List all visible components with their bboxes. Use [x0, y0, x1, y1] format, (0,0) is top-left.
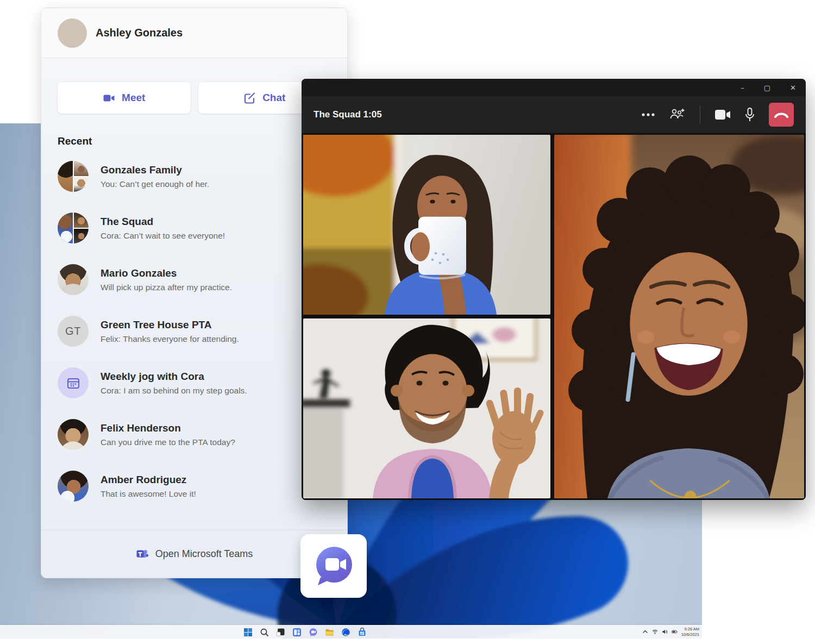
user-avatar[interactable]	[58, 18, 87, 48]
quick-actions: Meet Chat	[58, 82, 331, 114]
task-view-icon[interactable]	[275, 627, 285, 637]
group-avatar	[58, 212, 89, 243]
conversation-name: Gonzales Family	[101, 164, 209, 176]
close-button[interactable]: ✕	[790, 84, 796, 91]
file-explorer-icon[interactable]	[324, 627, 334, 637]
conversation-preview: Will pick up pizza after my practice.	[101, 283, 232, 292]
tray-time: 9:26 AM	[681, 627, 699, 632]
conversation-name: Amber Rodriguez	[101, 474, 196, 486]
video-tile-participant-1[interactable]	[303, 135, 550, 315]
video-grid	[302, 133, 806, 500]
conversation-name: Weekly jog with Cora	[101, 371, 247, 383]
video-tile-participant-2[interactable]	[303, 318, 550, 498]
compose-icon	[243, 92, 256, 104]
controls-divider	[700, 105, 700, 124]
tray-clock[interactable]: 9:26 AM 10/6/2021	[681, 627, 699, 637]
system-tray: 9:26 AM 10/6/2021	[642, 626, 699, 639]
chat-bubble-camera-icon	[311, 543, 356, 589]
chat-fab-tile[interactable]	[300, 534, 367, 598]
conversation-preview: Cora: Can’t wait to see everyone!	[101, 231, 225, 241]
call-window-titlebar: – ▢ ✕	[302, 79, 806, 96]
add-people-icon[interactable]	[669, 108, 686, 122]
minimize-button[interactable]: –	[741, 84, 744, 91]
battery-icon[interactable]	[672, 627, 678, 637]
maximize-button[interactable]: ▢	[764, 84, 770, 91]
hidden-icons-chevron[interactable]	[642, 627, 648, 637]
video-camera-icon	[103, 92, 115, 104]
taskbar-icons	[243, 626, 367, 639]
call-title: The Squad 1:05	[314, 109, 382, 120]
conversation-preview: Felix: Thanks everyone for attending.	[101, 334, 239, 344]
meet-button-label: Meet	[122, 92, 145, 104]
conversation-preview: That is awesome! Love it!	[101, 489, 196, 499]
participant-3-video	[554, 135, 804, 498]
camera-on-icon[interactable]	[714, 109, 731, 121]
edge-icon[interactable]	[341, 627, 350, 637]
meet-button[interactable]: Meet	[58, 82, 191, 114]
hang-up-button[interactable]	[769, 103, 794, 127]
hang-up-icon	[774, 111, 788, 118]
user-name: Ashley Gonzales	[96, 27, 183, 39]
teams-chat-icon[interactable]	[308, 627, 318, 637]
screen: 9:26 AM 10/6/2021 Ashley Gonzales Meet C…	[0, 0, 815, 644]
start-button-icon[interactable]	[243, 627, 253, 637]
conversation-preview: You: Can’t get enough of her.	[101, 179, 209, 189]
calendar-icon	[66, 376, 80, 390]
conversation-name: The Squad	[101, 216, 225, 228]
widgets-icon[interactable]	[292, 627, 302, 637]
teams-call-window: – ▢ ✕ The Squad 1:05	[302, 79, 806, 500]
volume-icon[interactable]	[662, 627, 668, 637]
chat-panel-header: Ashley Gonzales	[41, 8, 347, 58]
avatar-initials: GT	[65, 325, 81, 337]
call-controls-bar: The Squad 1:05	[302, 96, 806, 133]
taskbar: 9:26 AM 10/6/2021	[0, 625, 702, 639]
tray-date: 10/6/2021	[681, 632, 699, 637]
conversation-name: Mario Gonzales	[101, 267, 232, 279]
initials-avatar: GT	[58, 316, 89, 347]
conversation-name: Green Tree House PTA	[101, 319, 239, 331]
wifi-icon[interactable]	[652, 627, 658, 637]
calendar-avatar	[58, 367, 89, 398]
contact-avatar	[58, 471, 89, 502]
participant-1-video	[303, 135, 550, 315]
video-tile-participant-3[interactable]	[554, 135, 804, 498]
contact-avatar	[58, 264, 89, 295]
store-icon[interactable]	[357, 627, 367, 637]
conversation-preview: Cora: I am so behind on my step goals.	[101, 386, 247, 396]
microphone-icon[interactable]	[745, 108, 755, 122]
group-avatar	[58, 161, 89, 192]
contact-avatar	[58, 419, 89, 450]
participant-2-video	[303, 318, 550, 498]
more-options-icon[interactable]	[641, 112, 655, 117]
teams-logo-icon	[136, 548, 149, 561]
open-teams-label: Open Microsoft Teams	[155, 548, 253, 560]
conversation-name: Felix Henderson	[101, 422, 235, 434]
search-icon[interactable]	[259, 627, 269, 637]
conversation-preview: Can you drive me to the PTA today?	[101, 437, 235, 447]
chat-button-label: Chat	[262, 92, 285, 104]
